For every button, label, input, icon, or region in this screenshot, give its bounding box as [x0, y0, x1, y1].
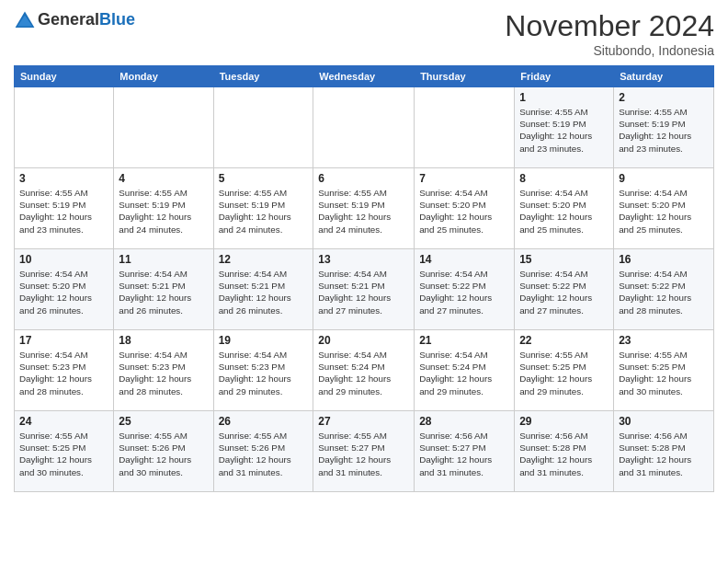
- day-info: Sunrise: 4:55 AM Sunset: 5:19 PM Dayligh…: [519, 106, 609, 155]
- calendar-cell: 3Sunrise: 4:55 AM Sunset: 5:19 PM Daylig…: [15, 168, 114, 249]
- day-number: 26: [219, 415, 309, 428]
- calendar-cell: 17Sunrise: 4:54 AM Sunset: 5:23 PM Dayli…: [15, 330, 114, 411]
- day-number: 15: [519, 253, 609, 266]
- day-info: Sunrise: 4:55 AM Sunset: 5:19 PM Dayligh…: [119, 187, 208, 236]
- location-subtitle: Situbondo, Indonesia: [505, 43, 714, 58]
- day-info: Sunrise: 4:55 AM Sunset: 5:19 PM Dayligh…: [19, 187, 108, 236]
- day-info: Sunrise: 4:54 AM Sunset: 5:20 PM Dayligh…: [419, 187, 509, 236]
- calendar-cell: 14Sunrise: 4:54 AM Sunset: 5:22 PM Dayli…: [415, 249, 515, 330]
- calendar-cell: 8Sunrise: 4:54 AM Sunset: 5:20 PM Daylig…: [515, 168, 614, 249]
- day-number: 23: [619, 334, 709, 347]
- day-info: Sunrise: 4:55 AM Sunset: 5:19 PM Dayligh…: [318, 187, 409, 236]
- day-info: Sunrise: 4:56 AM Sunset: 5:28 PM Dayligh…: [519, 430, 609, 478]
- day-info: Sunrise: 4:54 AM Sunset: 5:22 PM Dayligh…: [519, 268, 609, 316]
- day-info: Sunrise: 4:55 AM Sunset: 5:27 PM Dayligh…: [318, 430, 409, 478]
- day-number: 5: [219, 172, 309, 185]
- calendar-week-row: 10Sunrise: 4:54 AM Sunset: 5:20 PM Dayli…: [15, 249, 714, 330]
- calendar-week-row: 17Sunrise: 4:54 AM Sunset: 5:23 PM Dayli…: [15, 330, 714, 411]
- month-title: November 2024: [505, 9, 714, 43]
- title-block: November 2024 Situbondo, Indonesia: [505, 9, 714, 58]
- calendar-cell: 9Sunrise: 4:54 AM Sunset: 5:20 PM Daylig…: [614, 168, 714, 249]
- day-info: Sunrise: 4:55 AM Sunset: 5:19 PM Dayligh…: [219, 187, 309, 236]
- day-info: Sunrise: 4:54 AM Sunset: 5:24 PM Dayligh…: [318, 349, 409, 397]
- day-number: 2: [619, 91, 709, 104]
- day-number: 3: [19, 172, 108, 185]
- day-info: Sunrise: 4:54 AM Sunset: 5:23 PM Dayligh…: [19, 349, 108, 397]
- calendar-cell: 2Sunrise: 4:55 AM Sunset: 5:19 PM Daylig…: [614, 87, 714, 168]
- calendar-cell: 16Sunrise: 4:54 AM Sunset: 5:22 PM Dayli…: [614, 249, 714, 330]
- calendar-cell: 10Sunrise: 4:54 AM Sunset: 5:20 PM Dayli…: [15, 249, 114, 330]
- calendar-cell: 29Sunrise: 4:56 AM Sunset: 5:28 PM Dayli…: [515, 411, 614, 492]
- weekday-header-cell: Tuesday: [213, 66, 313, 87]
- calendar-cell: 24Sunrise: 4:55 AM Sunset: 5:25 PM Dayli…: [15, 411, 114, 492]
- day-info: Sunrise: 4:54 AM Sunset: 5:20 PM Dayligh…: [619, 187, 709, 236]
- calendar-cell: 5Sunrise: 4:55 AM Sunset: 5:19 PM Daylig…: [213, 168, 313, 249]
- header: GeneralBlue November 2024 Situbondo, Ind…: [14, 9, 714, 58]
- day-info: Sunrise: 4:55 AM Sunset: 5:26 PM Dayligh…: [219, 430, 309, 478]
- calendar-cell: 21Sunrise: 4:54 AM Sunset: 5:24 PM Dayli…: [415, 330, 515, 411]
- calendar-cell: 27Sunrise: 4:55 AM Sunset: 5:27 PM Dayli…: [313, 411, 415, 492]
- day-info: Sunrise: 4:55 AM Sunset: 5:25 PM Dayligh…: [519, 349, 609, 397]
- day-info: Sunrise: 4:55 AM Sunset: 5:19 PM Dayligh…: [619, 106, 709, 155]
- day-info: Sunrise: 4:54 AM Sunset: 5:21 PM Dayligh…: [119, 268, 208, 316]
- day-number: 29: [519, 415, 609, 428]
- calendar-cell: [415, 87, 515, 168]
- day-number: 9: [619, 172, 709, 185]
- day-number: 6: [318, 172, 409, 185]
- day-info: Sunrise: 4:54 AM Sunset: 5:20 PM Dayligh…: [519, 187, 609, 236]
- day-number: 19: [219, 334, 309, 347]
- calendar-cell: 1Sunrise: 4:55 AM Sunset: 5:19 PM Daylig…: [515, 87, 614, 168]
- calendar-cell: 13Sunrise: 4:54 AM Sunset: 5:21 PM Dayli…: [313, 249, 415, 330]
- day-info: Sunrise: 4:55 AM Sunset: 5:26 PM Dayligh…: [119, 430, 208, 478]
- day-info: Sunrise: 4:55 AM Sunset: 5:25 PM Dayligh…: [19, 430, 108, 478]
- day-number: 13: [318, 253, 409, 266]
- day-info: Sunrise: 4:54 AM Sunset: 5:20 PM Dayligh…: [19, 268, 108, 316]
- day-number: 24: [19, 415, 108, 428]
- page-container: GeneralBlue November 2024 Situbondo, Ind…: [0, 0, 728, 497]
- calendar-cell: [114, 87, 213, 168]
- day-number: 18: [119, 334, 208, 347]
- calendar-cell: 12Sunrise: 4:54 AM Sunset: 5:21 PM Dayli…: [213, 249, 313, 330]
- weekday-header-row: SundayMondayTuesdayWednesdayThursdayFrid…: [15, 66, 714, 87]
- calendar-week-row: 3Sunrise: 4:55 AM Sunset: 5:19 PM Daylig…: [15, 168, 714, 249]
- day-info: Sunrise: 4:56 AM Sunset: 5:27 PM Dayligh…: [419, 430, 509, 478]
- day-number: 25: [119, 415, 208, 428]
- calendar-cell: [213, 87, 313, 168]
- calendar-cell: 18Sunrise: 4:54 AM Sunset: 5:23 PM Dayli…: [114, 330, 213, 411]
- calendar-table: SundayMondayTuesdayWednesdayThursdayFrid…: [14, 65, 714, 492]
- day-number: 7: [419, 172, 509, 185]
- calendar-cell: 30Sunrise: 4:56 AM Sunset: 5:28 PM Dayli…: [614, 411, 714, 492]
- day-number: 8: [519, 172, 609, 185]
- calendar-cell: 6Sunrise: 4:55 AM Sunset: 5:19 PM Daylig…: [313, 168, 415, 249]
- logo-general: General: [38, 10, 99, 29]
- weekday-header-cell: Monday: [114, 66, 213, 87]
- calendar-cell: 23Sunrise: 4:55 AM Sunset: 5:25 PM Dayli…: [614, 330, 714, 411]
- weekday-header-cell: Wednesday: [313, 66, 415, 87]
- calendar-cell: 7Sunrise: 4:54 AM Sunset: 5:20 PM Daylig…: [415, 168, 515, 249]
- weekday-header-cell: Thursday: [415, 66, 515, 87]
- calendar-cell: 28Sunrise: 4:56 AM Sunset: 5:27 PM Dayli…: [415, 411, 515, 492]
- calendar-cell: 11Sunrise: 4:54 AM Sunset: 5:21 PM Dayli…: [114, 249, 213, 330]
- day-number: 21: [419, 334, 509, 347]
- day-info: Sunrise: 4:54 AM Sunset: 5:23 PM Dayligh…: [219, 349, 309, 397]
- day-number: 17: [19, 334, 108, 347]
- day-number: 16: [619, 253, 709, 266]
- logo-blue: Blue: [99, 10, 135, 29]
- day-number: 1: [519, 91, 609, 104]
- calendar-cell: 26Sunrise: 4:55 AM Sunset: 5:26 PM Dayli…: [213, 411, 313, 492]
- day-info: Sunrise: 4:54 AM Sunset: 5:22 PM Dayligh…: [419, 268, 509, 316]
- day-info: Sunrise: 4:54 AM Sunset: 5:22 PM Dayligh…: [619, 268, 709, 316]
- calendar-cell: 19Sunrise: 4:54 AM Sunset: 5:23 PM Dayli…: [213, 330, 313, 411]
- calendar-body: 1Sunrise: 4:55 AM Sunset: 5:19 PM Daylig…: [15, 87, 714, 492]
- calendar-cell: 20Sunrise: 4:54 AM Sunset: 5:24 PM Dayli…: [313, 330, 415, 411]
- day-info: Sunrise: 4:54 AM Sunset: 5:21 PM Dayligh…: [219, 268, 309, 316]
- day-number: 11: [119, 253, 208, 266]
- day-number: 20: [318, 334, 409, 347]
- day-info: Sunrise: 4:54 AM Sunset: 5:21 PM Dayligh…: [318, 268, 409, 316]
- weekday-header-cell: Saturday: [614, 66, 714, 87]
- day-number: 14: [419, 253, 509, 266]
- day-number: 30: [619, 415, 709, 428]
- day-number: 28: [419, 415, 509, 428]
- calendar-week-row: 1Sunrise: 4:55 AM Sunset: 5:19 PM Daylig…: [15, 87, 714, 168]
- day-number: 4: [119, 172, 208, 185]
